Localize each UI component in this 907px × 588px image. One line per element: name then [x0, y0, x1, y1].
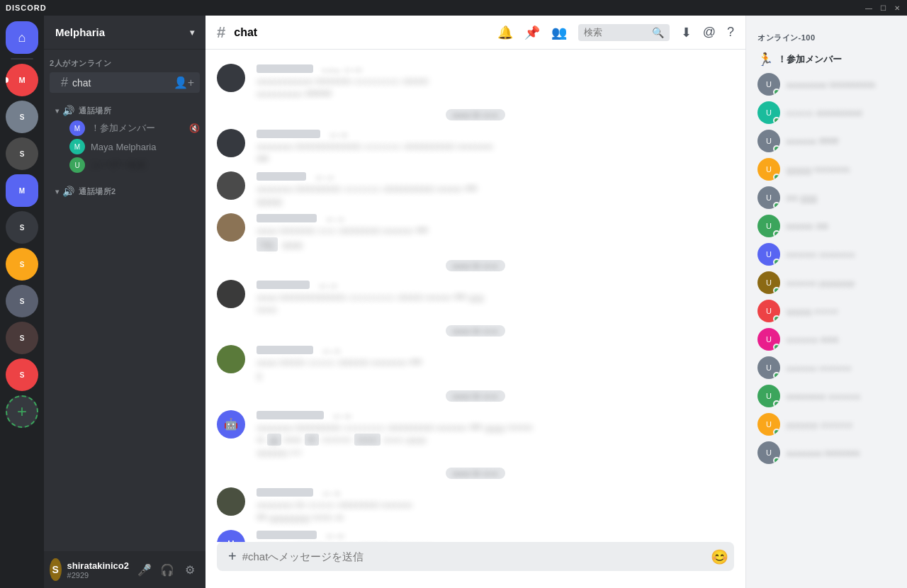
list-item[interactable]: U ggggg hhhhhhh: [752, 155, 901, 183]
list-item[interactable]: U sssssss ttttttt: [752, 325, 901, 354]
list-item[interactable]: U cccccc ddddddddd: [752, 98, 901, 127]
download-icon[interactable]: ⬇: [681, 25, 692, 40]
message-input[interactable]: [242, 542, 705, 571]
server-active-indicator: [6, 77, 9, 83]
server-icon-s3[interactable]: S: [6, 137, 38, 170]
member-avatar: U: [757, 158, 780, 181]
message-timestamp: 10:40: [325, 532, 345, 541]
server-icon-s6[interactable]: S: [6, 248, 38, 281]
table-row: 🤖 10:30 aaaaaaa bbbbbbbbb ccccccccc dddd…: [205, 407, 745, 463]
message-timestamp: 10:10: [315, 174, 334, 182]
server-icon-s8[interactable]: S: [6, 322, 38, 354]
search-icon: 🔍: [652, 27, 664, 38]
divider-text-2: aaaa bb cccc: [446, 260, 506, 271]
microphone-button[interactable]: 🎤: [135, 560, 154, 579]
status-dot: [773, 344, 780, 351]
message-author: [257, 172, 306, 181]
chat-header: # chat 🔔 📌 👥 🔍 ⬇ @ ?: [205, 16, 745, 50]
message-avatar: 🤖: [217, 410, 245, 439]
message-avatar: [217, 171, 245, 200]
channel-item-chat[interactable]: # chat 👤+: [50, 72, 200, 93]
list-item[interactable]: U iiiiii jjjjjjjj: [752, 183, 901, 212]
message-author: [257, 214, 317, 222]
status-dot: [773, 174, 780, 181]
list-item[interactable]: U qqqqq rrrrrrrr: [752, 297, 901, 325]
list-item[interactable]: U aaaaaaaa bbbbbbbbb: [752, 70, 901, 98]
help-icon[interactable]: ?: [727, 25, 734, 40]
message-content: today 10:00 aaaaaaaaaaa bbbbbbb cccccccc…: [257, 64, 734, 101]
collapse-arrow-icon-2: ▾: [55, 188, 60, 196]
list-item[interactable]: U kkkkkk llllll: [752, 212, 901, 240]
server-icon-home[interactable]: ⌂: [6, 21, 38, 54]
message-content: 10:35 aaaaaaa bb cccccc dddddddd eeeeee …: [257, 487, 734, 524]
message-content: 10:25 aaaa bbbbb cccccc dddddd eeeeeee f…: [257, 345, 734, 382]
add-member-icon[interactable]: 👤+: [174, 76, 194, 89]
table-row: 10:15 aaaa bbbbbbb cccc dddddddd eeeeee …: [205, 210, 745, 254]
emoji-button[interactable]: 😊: [711, 548, 728, 565]
member-name: qqqqq rrrrrrrr: [786, 306, 838, 317]
list-item[interactable]: U yyyyyyy zzzzzzz: [752, 410, 901, 439]
member-name: aaaaaaa bbbbbbb: [786, 448, 860, 458]
voice-member-3[interactable]: U ユーザー名前: [44, 156, 205, 174]
list-item[interactable]: U mmmm nnnnnnn: [752, 240, 901, 268]
group-icon: 🏃: [757, 52, 773, 67]
message-content: 10:05 aaaaaaa bbbbbbbbbbbbb cccccccc ddd…: [257, 129, 734, 166]
message-avatar: U: [217, 530, 245, 542]
minimize-button[interactable]: —: [864, 4, 873, 12]
table-row: 10:10 aaaaaaa bbbbbbbbb cccccccc ddddddd…: [205, 169, 745, 211]
members-icon[interactable]: 👥: [551, 25, 567, 40]
notifications-icon[interactable]: 🔔: [497, 25, 513, 40]
list-item[interactable]: U oooooo ppppppp: [752, 268, 901, 297]
list-item[interactable]: U wwwwww xxxxxxx: [752, 382, 901, 410]
table-row: 10:35 aaaaaaa bb cccccc dddddddd eeeeee …: [205, 485, 745, 527]
voice-member-1[interactable]: M ！参加メンバー 🔇: [44, 119, 205, 137]
settings-button[interactable]: ⚙: [180, 560, 200, 579]
server-icon-melpharia[interactable]: M: [6, 174, 38, 207]
server-icon-s9[interactable]: S: [6, 358, 38, 391]
voice-section-header-1[interactable]: ▾ 🔊 通話場所: [44, 94, 205, 119]
server-name-bar[interactable]: Melpharia ▾: [44, 16, 205, 50]
voice-section-name-2: 通話場所2: [79, 186, 116, 197]
status-dot: [773, 457, 780, 464]
close-button[interactable]: ✕: [893, 4, 901, 12]
headset-button[interactable]: 🎧: [157, 560, 177, 579]
server-icon-s5[interactable]: S: [6, 211, 38, 244]
voice-member-2[interactable]: M Maya Melpharia: [44, 137, 205, 156]
list-item[interactable]: U eeeeee ffffffff: [752, 127, 901, 155]
voice-section-header-2[interactable]: ▾ 🔊 通話場所2: [44, 174, 205, 200]
status-dot: [773, 400, 780, 407]
window-controls[interactable]: — ☐ ✕: [864, 4, 901, 12]
table-row: 10:05 aaaaaaa bbbbbbbbbbbbb cccccccc ddd…: [205, 126, 745, 169]
member-name: aaaaaaaa bbbbbbbbb: [786, 79, 876, 90]
current-user-tag: #2929: [67, 571, 129, 579]
add-server-button[interactable]: +: [6, 395, 38, 428]
plus-icon: +: [17, 402, 27, 422]
mention-icon[interactable]: @: [703, 25, 716, 40]
table-row: U 10:40 aaaaaaa bbbbbb cccccc dddddd eee…: [205, 527, 745, 542]
search-bar[interactable]: 🔍: [578, 24, 670, 41]
channel-name-chat: chat: [72, 77, 174, 89]
maximize-button[interactable]: ☐: [879, 4, 887, 12]
voice-member-name-3: ユーザー名前: [91, 159, 146, 171]
user-controls: 🎤 🎧 ⚙: [135, 560, 200, 579]
channel-sidebar: Melpharia ▾ 2人がオンライン # chat 👤+ ▾ 🔊 通話場所 …: [44, 16, 205, 588]
hash-icon: #: [61, 75, 68, 90]
server-icon-s7[interactable]: S: [6, 285, 38, 317]
server-icon-s1[interactable]: M: [6, 64, 38, 96]
pins-icon[interactable]: 📌: [524, 25, 540, 40]
user-info: shiratakinico2 #2929: [67, 560, 129, 579]
member-name: oooooo ppppppp: [786, 278, 855, 288]
voice-member-avatar-1: M: [69, 120, 85, 136]
table-row: 10:20 aaaa bbbbbbbbbbbbb cccccccccc dddd…: [205, 277, 745, 320]
member-name: yyyyyyy zzzzzzz: [786, 419, 853, 430]
message-author: [257, 411, 324, 419]
search-input[interactable]: [584, 27, 648, 38]
message-avatar: [217, 129, 245, 157]
server-icon-s2[interactable]: S: [6, 101, 38, 133]
message-timestamp: 10:35: [322, 490, 342, 498]
list-item[interactable]: U aaaaaaa bbbbbbb: [752, 439, 901, 467]
group-name: ！参加メンバー: [777, 53, 842, 66]
attach-button[interactable]: +: [228, 548, 237, 565]
member-name: mmmm nnnnnnn: [786, 249, 855, 260]
list-item[interactable]: U uuuuuu vvvvvvv: [752, 354, 901, 382]
